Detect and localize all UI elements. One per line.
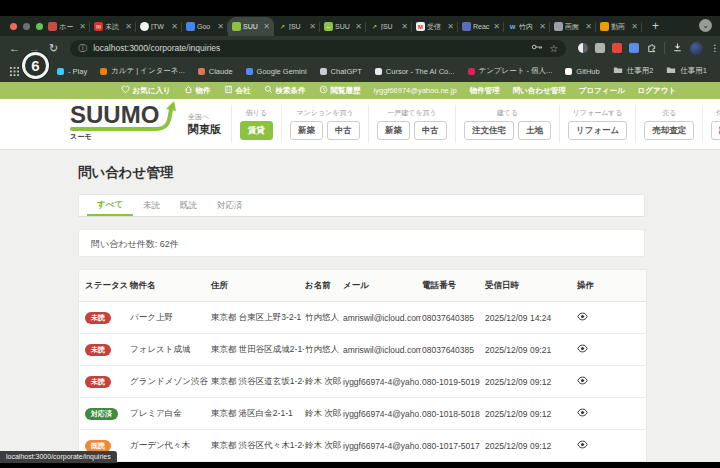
category-button[interactable]: 中古 bbox=[414, 121, 447, 140]
downloads-icon[interactable] bbox=[672, 39, 683, 57]
category-button[interactable]: 中古 bbox=[327, 121, 360, 140]
tab-close-icon[interactable]: ✕ bbox=[125, 22, 132, 31]
category-button[interactable]: リフォーム bbox=[568, 121, 627, 140]
bookmark-item[interactable]: カルテ | インターネ... bbox=[100, 66, 185, 76]
tab-favicon-icon bbox=[48, 22, 57, 31]
browser-tab[interactable]: W竹内✕ bbox=[504, 17, 550, 36]
region-selector[interactable]: 全国へ 関東版 bbox=[188, 112, 221, 137]
tab-close-icon[interactable]: ✕ bbox=[493, 22, 500, 31]
browser-tab[interactable]: 画面✕ bbox=[550, 17, 596, 36]
extension-red-icon[interactable] bbox=[612, 43, 622, 53]
profile-avatar[interactable] bbox=[690, 42, 703, 55]
tab-close-icon[interactable]: ✕ bbox=[171, 22, 178, 31]
site-info-icon[interactable]: ⓘ bbox=[78, 42, 87, 55]
green-nav-item[interactable]: プロフィール bbox=[579, 86, 625, 96]
bookmark-item[interactable]: Google Gemini bbox=[246, 67, 307, 76]
tab-favicon-icon: ↗ bbox=[278, 22, 287, 31]
bookmark-item[interactable]: Cursor - The AI Co... bbox=[375, 67, 455, 76]
browser-tab[interactable]: [TW✕ bbox=[136, 17, 182, 36]
new-tab-button[interactable]: + bbox=[652, 19, 659, 33]
password-key-icon[interactable] bbox=[531, 43, 543, 53]
green-nav-item[interactable]: 会社 bbox=[224, 85, 251, 96]
apps-grid-icon[interactable] bbox=[10, 67, 19, 76]
tab-close-icon[interactable]: ✕ bbox=[401, 22, 408, 31]
green-nav-item[interactable]: ログアウト bbox=[638, 86, 676, 96]
green-nav-item[interactable]: 問い合わせ管理 bbox=[513, 86, 566, 96]
green-nav-item[interactable]: 物件 bbox=[184, 85, 211, 96]
bookmark-item[interactable]: GitHub bbox=[565, 67, 599, 76]
view-detail-eye-icon[interactable] bbox=[577, 409, 588, 419]
browser-tab[interactable]: Goo✕ bbox=[182, 17, 228, 36]
green-nav-item[interactable]: お気に入り bbox=[121, 85, 171, 96]
browser-tab[interactable]: SUU✕ bbox=[228, 17, 274, 36]
browser-tab[interactable]: 動画✕ bbox=[596, 17, 642, 36]
reload-icon[interactable]: ↻ bbox=[49, 43, 58, 54]
bookmark-star-icon[interactable]: ☆ bbox=[549, 43, 558, 54]
browser-tab[interactable]: M受信✕ bbox=[412, 17, 458, 36]
browser-tab[interactable]: ホー✕ bbox=[44, 17, 90, 36]
browser-menu-icon[interactable]: ⋮ bbox=[710, 43, 719, 53]
window-controls[interactable] bbox=[10, 23, 43, 30]
view-detail-eye-icon[interactable] bbox=[577, 377, 588, 387]
category-button[interactable]: 売却査定 bbox=[644, 121, 694, 140]
customer-name-cell: 鈴木 次郎 bbox=[304, 366, 342, 398]
browser-tab[interactable]: –SUU✕ bbox=[320, 17, 366, 36]
minimize-window-button[interactable] bbox=[23, 23, 30, 30]
category-button[interactable]: 講座/相談 bbox=[711, 121, 720, 140]
tab-close-icon[interactable]: ✕ bbox=[355, 22, 362, 31]
browser-tab[interactable]: ✉未読✕ bbox=[90, 17, 136, 36]
bookmark-item[interactable]: Claude bbox=[198, 67, 233, 76]
extension-blue-icon[interactable] bbox=[629, 43, 639, 53]
extension-halfmoon-icon[interactable] bbox=[578, 43, 588, 53]
email-cell: iyggf66974-4@yaho... bbox=[342, 430, 421, 462]
category-buttons: 賃貸 bbox=[240, 121, 273, 140]
view-detail-eye-icon[interactable] bbox=[577, 441, 588, 451]
tab-close-icon[interactable]: ✕ bbox=[79, 22, 86, 31]
screen: ホー✕✉未読✕[TW✕Goo✕SUU✕↗[SU✕–SUU✕↗[SU✕M受信✕Re… bbox=[0, 0, 720, 468]
bookmark-items: - Playカルテ | インターネ...ClaudeGoogle GeminiC… bbox=[57, 66, 720, 76]
view-detail-eye-icon[interactable] bbox=[577, 345, 588, 355]
filter-tab[interactable]: 既読 bbox=[170, 195, 207, 216]
view-detail-eye-icon[interactable] bbox=[577, 313, 588, 323]
category-button[interactable]: 新築 bbox=[290, 121, 323, 140]
bookmark-favicon-icon bbox=[565, 68, 572, 75]
filter-tab[interactable]: すべて bbox=[87, 195, 133, 216]
inquiry-table-card: ステータス物件名住所お名前メール電話番号受信日時操作 未読パーク上野東京都 台東… bbox=[78, 269, 647, 468]
bookmark-item[interactable]: テンプレート - 個人... bbox=[468, 66, 553, 76]
tab-close-icon[interactable]: ✕ bbox=[447, 22, 454, 31]
browser-tab[interactable]: ↗[SU✕ bbox=[274, 17, 320, 36]
back-icon[interactable]: ← bbox=[9, 43, 20, 54]
tab-close-icon[interactable]: ✕ bbox=[309, 22, 316, 31]
bookmark-item[interactable]: ChatGPT bbox=[320, 67, 362, 76]
green-nav-item[interactable]: 物件管理 bbox=[470, 86, 500, 96]
bookmarks-bar: - Playカルテ | インターネ...ClaudeGoogle GeminiC… bbox=[0, 60, 720, 82]
close-window-button[interactable] bbox=[10, 23, 17, 30]
green-nav-item[interactable]: 閲覧履歴 bbox=[319, 85, 361, 96]
category-button[interactable]: 注文住宅 bbox=[464, 121, 514, 140]
category-button[interactable]: 土地 bbox=[518, 121, 551, 140]
tab-close-icon[interactable]: ✕ bbox=[217, 22, 224, 31]
tab-close-icon[interactable]: ✕ bbox=[631, 22, 638, 31]
green-nav-item[interactable]: 検索条件 bbox=[264, 85, 306, 96]
tab-close-icon[interactable]: ✕ bbox=[539, 22, 546, 31]
status-badge: 対応済 bbox=[85, 408, 118, 420]
zoom-window-button[interactable] bbox=[36, 23, 43, 30]
green-nav-item[interactable]: iyggf66974@yahoo.ne.jp bbox=[374, 86, 457, 95]
filter-tab[interactable]: 対応済 bbox=[207, 195, 253, 216]
category-button[interactable]: 新築 bbox=[377, 121, 410, 140]
browser-tab[interactable]: Reac✕ bbox=[458, 17, 504, 36]
suumo-logo[interactable]: SUUMO スーモ bbox=[70, 102, 184, 146]
browser-tab[interactable]: ↗[SU✕ bbox=[366, 17, 412, 36]
extensions-puzzle-icon[interactable] bbox=[646, 39, 657, 57]
category-button[interactable]: 賃貸 bbox=[240, 121, 273, 140]
tab-search-button[interactable]: ⌄ bbox=[699, 19, 712, 32]
tab-close-icon[interactable]: ✕ bbox=[263, 22, 270, 31]
filter-tab[interactable]: 未読 bbox=[133, 195, 170, 216]
url-bar[interactable]: ⓘ localhost:3000/corporate/inquiries ☆ bbox=[70, 40, 566, 57]
extension-gray-icon[interactable] bbox=[595, 43, 605, 53]
url-text[interactable]: localhost:3000/corporate/inquiries bbox=[93, 43, 525, 53]
bookmark-item[interactable]: 仕事用1 bbox=[666, 66, 707, 76]
bookmark-item[interactable]: - Play bbox=[57, 67, 87, 76]
bookmark-item[interactable]: 仕事用2 bbox=[613, 66, 654, 76]
tab-close-icon[interactable]: ✕ bbox=[585, 22, 592, 31]
